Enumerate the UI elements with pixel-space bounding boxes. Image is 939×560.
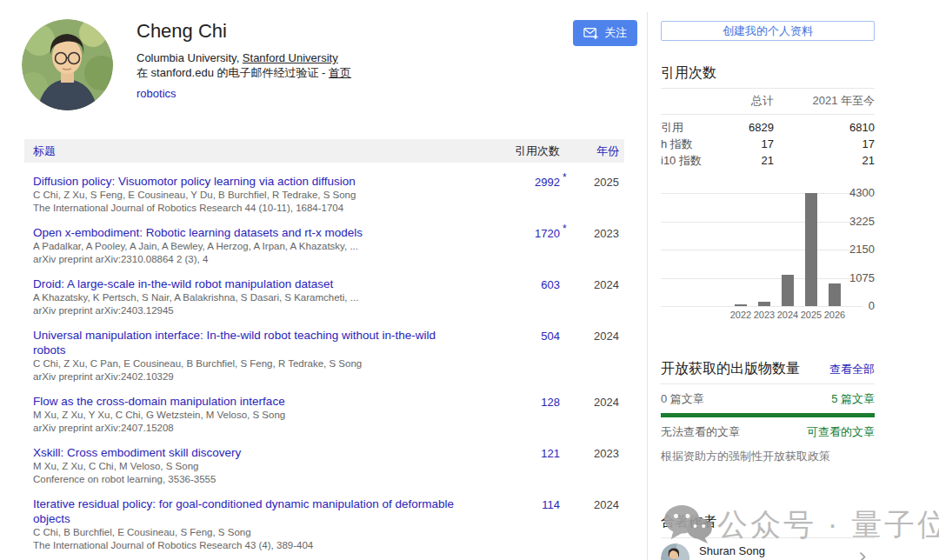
coauthors-list: Shuran SongStanford University [661,543,875,560]
publication-year: 2024 [574,328,624,383]
cited-by-table-header: 总计 2021 年至今 [661,89,875,111]
publication-venue: arXiv preprint arXiv:2407.15208 [33,423,471,435]
open-access-header: 开放获取的出版物数量 查看全部 [661,360,875,377]
view-all-link[interactable]: 查看全部 [829,362,875,377]
available-label-link[interactable]: 可查看的文章 [807,424,875,440]
chart-bar-2026[interactable] [829,283,841,306]
merged-star [560,494,574,549]
publication-row: Open x-embodiment: Robotic learning data… [24,214,624,265]
publication-venue: The International Journal of Robotics Re… [33,203,471,215]
interest-link-robotics[interactable]: robotics [137,87,176,100]
citation-count-cell: 504 [485,328,560,383]
publication-venue: arXiv preprint arXiv:2403.12945 [33,305,471,317]
chart-bar-2023[interactable] [758,302,770,306]
chart-ytick-label: 3225 [838,215,875,229]
chevron-right-icon[interactable] [859,550,866,560]
citation-count-link[interactable]: 1720 [535,227,560,240]
publications-header-row: 标题 引用次数 年份 [24,139,624,163]
citation-count-link[interactable]: 2992 [535,176,560,189]
chart-bar-2024[interactable] [782,275,794,306]
header-year-sort[interactable]: 年份 [574,143,624,159]
open-access-counts: 0 篇文章 5 篇文章 [661,391,875,407]
citation-count-link[interactable]: 128 [541,396,560,409]
publication-year: 2025 [574,174,624,214]
coauthors-title: 合著作者 [661,513,875,530]
header-title-sort[interactable]: 标题 [24,143,485,159]
publication-row: Universal manipulation interface: In-the… [24,317,624,383]
stat-value-all: 21 [729,152,774,169]
merged-star [560,274,574,314]
coauthor-name[interactable]: Shuran Song [699,544,787,558]
citation-count-cell: 1720 [485,225,560,265]
chart-gridline [661,306,862,307]
chart-xtick-label: 2026 [819,310,850,320]
citation-count-link[interactable]: 114 [542,498,560,511]
stat-label: 引用 [661,119,729,136]
open-access-labels: 无法查看的文章 可查看的文章 [661,424,875,440]
open-access-section: 开放获取的出版物数量 查看全部 0 篇文章 5 篇文章 无法查看的文章 可查看的… [661,360,875,464]
citation-count-cell: 2992 [485,174,560,214]
chart-ytick-label: 1075 [838,271,875,285]
publication-main: Xskill: Cross embodiment skill discovery… [24,445,485,485]
publication-year: 2024 [574,277,624,317]
citation-count-link[interactable]: 504 [541,330,560,343]
create-profile-button[interactable]: 创建我的个人资料 [661,21,875,41]
publication-main: Diffusion policy: Visuomotor policy lear… [24,174,485,214]
publication-year: 2024 [574,394,624,434]
publication-venue: The International Journal of Robotics Re… [33,540,471,552]
coauthors-section: 合著作者 Shuran SongStanford University [661,513,875,560]
stat-value-all: 17 [729,136,774,152]
open-access-progress-bar [661,413,875,417]
chart-bar-2022[interactable] [735,304,747,306]
publication-year: 2024 [574,497,624,551]
publication-title-link[interactable]: Flow as the cross-domain manipulation in… [33,394,471,409]
publication-main: Droid: A large-scale in-the-wild robot m… [24,277,485,317]
publication-title-link[interactable]: Open x-embodiment: Robotic learning data… [33,225,471,240]
publication-row: Garmentnets: Category-level pose estimat… [24,551,624,560]
stat-value-since: 21 [774,152,875,169]
cited-by-section: 引用次数 总计 2021 年至今 引用68296810h 指数1717i10 指… [661,64,875,169]
divider [661,537,875,538]
publication-title-link[interactable]: Iterative residual policy: for goal-cond… [33,497,471,526]
publication-year: 2023 [574,225,624,265]
stat-value-since: 17 [774,136,875,152]
publication-row: Flow as the cross-domain manipulation in… [24,383,624,434]
publication-row: Droid: A large-scale in-the-wild robot m… [24,265,624,317]
follow-button[interactable]: 关注 [573,20,637,46]
publication-title-link[interactable]: Diffusion policy: Visuomotor policy lear… [33,174,471,189]
publication-title-link[interactable]: Xskill: Cross embodiment skill discovery [33,445,471,460]
unavailable-count: 0 篇文章 [661,391,704,407]
affiliation-link[interactable]: Stanford University [243,51,338,64]
cited-by-title[interactable]: 引用次数 [661,65,716,80]
publication-main: Flow as the cross-domain manipulation in… [24,394,485,434]
publication-authors: C Chi, Z Xu, S Feng, E Cousineau, Y Du, … [33,190,471,202]
merged-star: * [560,223,574,263]
coauthor-avatar [661,543,689,560]
chart-gridline [661,278,862,279]
publication-main: Universal manipulation interface: In-the… [24,328,485,383]
citation-count-link[interactable]: 121 [541,447,560,460]
publication-title-link[interactable]: Droid: A large-scale in-the-wild robot m… [33,277,471,291]
homepage-link[interactable]: 首页 [329,66,351,79]
publication-title-link[interactable]: Universal manipulation interface: In-the… [33,328,471,357]
citation-count-link[interactable]: 603 [541,278,560,291]
chart-bar-2025[interactable] [805,193,817,306]
publications-table: 标题 引用次数 年份 Diffusion policy: Visuomotor … [24,139,624,560]
citation-count-cell: 603 [485,277,560,317]
coauthor-row[interactable]: Shuran SongStanford University [661,543,875,560]
publication-venue: arXiv preprint arXiv:2402.10329 [33,371,471,383]
citation-count-cell: 114 [485,497,560,551]
publication-authors: A Padalkar, A Pooley, A Jain, A Bewley, … [33,241,471,253]
divider [661,383,875,384]
verified-email-text: 在 stanford.edu 的电子邮件经过验证 - [137,66,329,79]
header-cited-by-sort[interactable]: 引用次数 [485,143,560,159]
profile-name: Cheng Chi [137,20,351,43]
envelope-plus-icon [583,27,598,39]
chart-gridline [661,222,862,223]
profile-photo[interactable] [22,19,113,110]
chart-gridline [661,250,862,250]
publication-venue: arXiv preprint arXiv:2310.08864 2 (3), 4 [33,254,471,266]
available-count-link[interactable]: 5 篇文章 [831,391,875,407]
publication-authors: M Xu, Z Xu, C Chi, M Veloso, S Song [33,461,471,473]
merged-star [560,443,574,483]
